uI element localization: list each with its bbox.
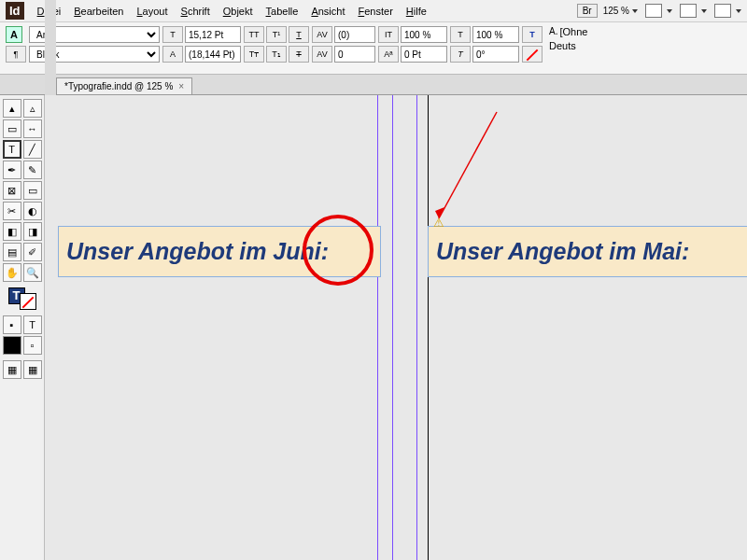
document-canvas[interactable]: Unser Angebot im Juni: Unser Angebot im … (45, 95, 747, 560)
close-tab-icon[interactable]: × (178, 81, 184, 91)
zoom-tool[interactable]: 🔍 (23, 263, 42, 282)
apply-none-button[interactable]: ▫ (23, 336, 42, 355)
zoom-level[interactable]: 125 % (603, 6, 638, 16)
smallcaps-button[interactable]: Tᴛ (244, 46, 264, 63)
skew-input[interactable] (472, 46, 519, 63)
control-panel: A ¶ Arial Black T A TT T¹ T Tᴛ T₁ T AV A… (0, 22, 747, 75)
document-tab[interactable]: *Typografie.indd @ 125 % × (56, 77, 192, 94)
leading-input[interactable] (185, 46, 241, 63)
baseline-input[interactable] (401, 46, 447, 63)
charstyle-value[interactable]: [Ohne (559, 26, 587, 37)
page-edge-right (428, 95, 429, 560)
kerning-input[interactable] (334, 26, 375, 43)
pencil-tool[interactable]: ✎ (23, 161, 42, 179)
subscript-button[interactable]: T₁ (266, 46, 287, 63)
eyedropper-tool[interactable]: ✐ (23, 243, 42, 261)
paragraph-mode-button[interactable]: ¶ (6, 46, 26, 63)
annotation-arrow (428, 108, 502, 230)
formatting-text-button[interactable]: T (23, 315, 42, 334)
spine-guide-right (416, 95, 417, 560)
annotation-circle (303, 215, 374, 286)
text-frame-right[interactable]: Unser Angebot im Mai: (428, 226, 747, 277)
baseline-icon: Aª (378, 46, 399, 63)
menu-schrift[interactable]: Schrift (176, 3, 216, 20)
spine-guide-left (392, 95, 393, 560)
selection-tool[interactable]: ▴ (3, 99, 21, 118)
arrange-icon[interactable] (714, 4, 731, 18)
strikethrough-button[interactable]: T (289, 46, 309, 63)
line-tool[interactable]: ╱ (23, 140, 42, 159)
apply-color-button[interactable]: ▪ (3, 315, 21, 334)
pen-tool[interactable]: ✒ (3, 161, 21, 179)
kerning-icon: AV (312, 26, 332, 43)
fill-color-button[interactable]: T (522, 26, 543, 43)
type-tool[interactable]: T (3, 140, 21, 159)
skew-icon: T (450, 46, 471, 63)
normal-view-button[interactable]: ▦ (3, 360, 21, 379)
screen-mode-icon[interactable] (680, 4, 697, 18)
tools-panel: ▴▵ ▭↔ T╱ ✒✎ ⊠▭ ✂◐ ◧◨ ▤✐ ✋🔍 T ▪T ▫ ▦▦ (0, 95, 45, 560)
menu-bearbeiten[interactable]: Bearbeiten (68, 3, 129, 20)
tab-title: *Typografie.indd @ 125 % (64, 81, 173, 91)
scissors-tool[interactable]: ✂ (3, 202, 21, 220)
allcaps-button[interactable]: TT (244, 26, 264, 43)
character-mode-button[interactable]: A (6, 26, 22, 43)
gap-tool[interactable]: ↔ (23, 119, 42, 138)
menu-fenster[interactable]: Fenster (352, 3, 398, 20)
hscale-input[interactable] (472, 26, 519, 43)
note-tool[interactable]: ▤ (3, 243, 21, 261)
language-value[interactable]: Deuts (549, 40, 576, 51)
bridge-button[interactable]: Br (577, 4, 598, 18)
leading-icon: A (162, 46, 183, 63)
free-transform-tool[interactable]: ◐ (23, 202, 42, 220)
view-mode-icon[interactable] (645, 4, 662, 18)
stroke-color-button[interactable] (522, 46, 543, 63)
rectangle-frame-tool[interactable]: ⊠ (3, 181, 21, 200)
hscale-icon: T (450, 26, 471, 43)
font-size-icon: T (162, 26, 183, 43)
tracking-icon: AV (312, 46, 332, 63)
menu-layout[interactable]: Layout (131, 3, 173, 20)
menu-hilfe[interactable]: Hilfe (401, 3, 432, 20)
direct-selection-tool[interactable]: ▵ (23, 99, 42, 118)
default-fill-button[interactable] (3, 336, 21, 355)
fill-stroke-swatch[interactable]: T (8, 287, 36, 310)
page-tool[interactable]: ▭ (3, 119, 21, 138)
menu-bar: Id DDateiatei Bearbeiten Layout Schrift … (0, 0, 747, 22)
menu-ansicht[interactable]: Ansicht (305, 3, 350, 20)
font-size-input[interactable] (185, 26, 241, 43)
gradient-swatch-tool[interactable]: ◧ (3, 222, 21, 241)
charstyle-label: A. (549, 26, 557, 37)
document-tab-bar: *Typografie.indd @ 125 % × (0, 75, 747, 95)
warning-icon (433, 216, 446, 229)
hand-tool[interactable]: ✋ (3, 263, 21, 282)
main-area: ▴▵ ▭↔ T╱ ✒✎ ⊠▭ ✂◐ ◧◨ ▤✐ ✋🔍 T ▪T ▫ ▦▦ Uns… (0, 95, 747, 560)
preview-button[interactable]: ▦ (23, 360, 42, 379)
tracking-input[interactable] (334, 46, 375, 63)
vscale-input[interactable] (401, 26, 447, 43)
svg-line-0 (439, 112, 497, 218)
page-margin-guide (377, 95, 378, 560)
superscript-button[interactable]: T¹ (266, 26, 287, 43)
gradient-feather-tool[interactable]: ◨ (23, 222, 42, 241)
menu-objekt[interactable]: Objekt (218, 3, 259, 20)
underline-button[interactable]: T (289, 26, 309, 43)
rectangle-tool[interactable]: ▭ (23, 181, 42, 200)
app-logo: Id (6, 2, 24, 20)
menu-tabelle[interactable]: Tabelle (261, 3, 304, 20)
vscale-icon: IT (378, 26, 399, 43)
